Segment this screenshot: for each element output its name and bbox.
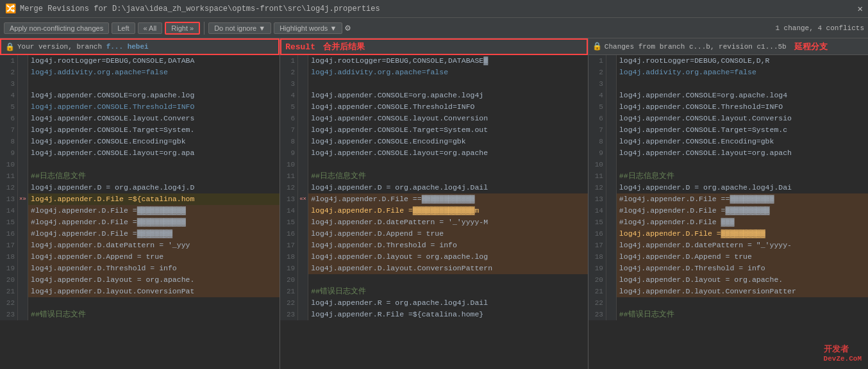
line-number: 23 (0, 309, 18, 320)
line-gutter (18, 101, 28, 113)
line-gutter (606, 101, 617, 113)
left-panel-content[interactable]: 1log4j.rootLogger=DEBUG,CONSOLE,DATABA2l… (0, 55, 280, 369)
line-code: #log4j.appender.D.File ▓▓▓ (617, 217, 868, 228)
line-number: 21 (280, 286, 298, 297)
line-code: #log4j.appender.D.File =▓▓▓▓▓▓▓▓▓▓▓ (28, 205, 280, 217)
line-gutter (606, 147, 617, 159)
right-panel-content[interactable]: 1log4j.rootLogger=DEBUG,CONSOLE,D,R2log4… (588, 55, 868, 369)
line-gutter (298, 78, 308, 90)
code-line: 5log4j.appender.CONSOLE.Threshold=INFO (280, 101, 588, 113)
code-line: 10 (280, 159, 588, 170)
code-line: 4log4j.appender.CONSOLE=org.apache.log (0, 90, 280, 101)
line-code: log4j.appender.D.Append = true (28, 251, 280, 263)
line-number: 7 (588, 124, 606, 136)
line-code: log4j.appender.D.datePattern = '_yyy (28, 240, 280, 251)
line-code: log4j.appender.CONSOLE.layout.Convers (28, 113, 280, 124)
line-code (308, 78, 588, 90)
line-code (308, 274, 588, 286)
line-code: log4j.appender.CONSOLE.layout.Conversio (617, 113, 868, 124)
line-gutter (18, 182, 28, 193)
line-gutter (298, 297, 308, 309)
line-code: log4j.appender.D = org.apache.log4j.D (28, 182, 280, 193)
line-number: 11 (588, 170, 606, 182)
code-line: 11##日志信息文件 (280, 170, 588, 182)
code-line: 6log4j.appender.CONSOLE.layout.Convers (0, 113, 280, 124)
code-line: 1log4j.rootLogger=DEBUG,CONSOLE,DATABA (0, 55, 280, 67)
close-button[interactable]: ✕ (858, 3, 863, 14)
line-number: 20 (0, 274, 18, 286)
line-gutter[interactable]: ×» (18, 193, 28, 205)
code-line: 5log4j.appender.CONSOLE.Threshold=INFO (588, 101, 868, 113)
line-number: 20 (280, 274, 298, 286)
result-panel-content[interactable]: 1log4j.rootLogger=DEBUG,CONSOLE,DATABASE… (280, 55, 588, 369)
line-code: log4j.rootLogger=DEBUG,CONSOLE,DATABASE▓ (308, 55, 588, 67)
line-number: 11 (0, 170, 18, 182)
code-line: 15log4j.appender.D.datePattern = '_'yyyy… (280, 217, 588, 228)
all-button[interactable]: « All (138, 22, 163, 34)
line-number: 15 (280, 217, 298, 228)
line-number: 14 (280, 205, 298, 217)
line-number: 19 (588, 263, 606, 274)
line-number: 16 (588, 228, 606, 240)
line-number: 17 (0, 240, 18, 251)
code-line: 1log4j.rootLogger=DEBUG,CONSOLE,D,R (588, 55, 868, 67)
code-line: 11##日志信息文件 (0, 170, 280, 182)
line-code: log4j.appender.D.Threshold = info (308, 240, 588, 251)
line-number: 15 (588, 217, 606, 228)
code-line: 18log4j.appender.D.Append = true (588, 251, 868, 263)
line-number: 7 (280, 124, 298, 136)
code-line: 10 (0, 159, 280, 170)
right-header-text: Changes from branch c...b, revision c1..… (605, 43, 787, 51)
right-panel: 🔒 Changes from branch c...b, revision c1… (588, 38, 868, 369)
code-line: 18log4j.appender.D.Append = true (0, 251, 280, 263)
line-number: 18 (588, 251, 606, 263)
line-code: log4j.appender.D.Threshold = info (28, 263, 280, 274)
line-number: 11 (280, 170, 298, 182)
line-gutter (606, 159, 617, 170)
line-gutter (298, 90, 308, 101)
code-line: 3 (280, 78, 588, 90)
code-line: 19log4j.appender.D.Threshold = info (588, 263, 868, 274)
code-line: 23log4j.appender.R.File =${catalina.home… (280, 309, 588, 320)
line-gutter (18, 263, 28, 274)
highlight-words-button[interactable]: Highlight words ▼ (274, 22, 342, 34)
line-code: log4j.appender.D.File =▓▓▓▓▓▓▓▓▓▓ (617, 228, 868, 240)
line-gutter (606, 286, 617, 297)
line-gutter[interactable]: «× (298, 193, 308, 205)
line-number: 13 (588, 193, 606, 205)
code-line: 4log4j.appender.CONSOLE=org.apache.log4j (280, 90, 588, 101)
line-code (308, 159, 588, 170)
settings-icon[interactable]: ⚙ (345, 22, 350, 33)
line-code: log4j.appender.D.layout.ConversionPatter… (308, 263, 588, 274)
line-gutter (298, 170, 308, 182)
right-button[interactable]: Right » (165, 22, 200, 35)
code-line: 7log4j.appender.CONSOLE.Target=System.ou… (280, 124, 588, 136)
line-gutter (18, 55, 28, 67)
line-gutter (606, 182, 617, 193)
line-gutter (298, 124, 308, 136)
left-button[interactable]: Left (112, 22, 135, 34)
line-number: 2 (588, 67, 606, 78)
line-gutter (18, 159, 28, 170)
line-number: 20 (588, 274, 606, 286)
line-gutter (298, 147, 308, 159)
line-number: 10 (0, 159, 18, 170)
left-header-label: Your version, branch f... hebei (17, 43, 149, 51)
line-number: 15 (0, 217, 18, 228)
line-gutter (298, 274, 308, 286)
line-gutter (18, 251, 28, 263)
line-gutter (18, 147, 28, 159)
do-not-ignore-button[interactable]: Do not ignore ▼ (208, 22, 271, 34)
line-code: log4j.appender.CONSOLE.Threshold=INFO (28, 101, 280, 113)
apply-button[interactable]: Apply non-conflicting changes (4, 22, 109, 34)
code-line: 13#log4j.appender.D.File ==▓▓▓▓▓▓▓▓▓▓ (588, 193, 868, 205)
separator-1 (204, 22, 204, 35)
line-code: log4j.appender.CONSOLE.Threshold=INFO (617, 101, 868, 113)
code-line: 1log4j.rootLogger=DEBUG,CONSOLE,DATABASE… (280, 55, 588, 67)
code-line: 21log4j.appender.D.layout.ConversionPatt… (588, 286, 868, 297)
result-panel-header: Result 合并后结果 (280, 38, 588, 55)
line-number: 6 (588, 113, 606, 124)
line-number: 16 (0, 228, 18, 240)
line-gutter (18, 240, 28, 251)
line-number: 8 (280, 136, 298, 147)
